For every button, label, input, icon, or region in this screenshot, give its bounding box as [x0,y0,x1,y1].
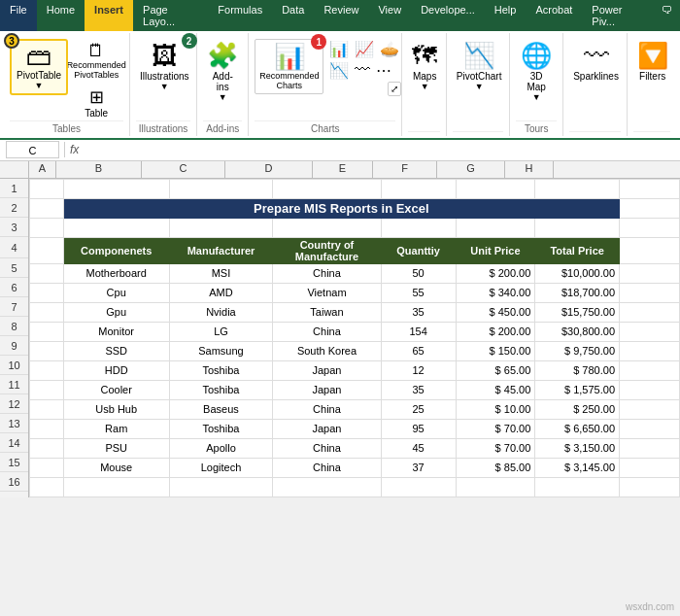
col-header-E[interactable]: E [313,161,373,178]
row-num-9[interactable]: 9 [0,336,28,356]
row-num-7[interactable]: 7 [0,297,28,317]
header-manufacturer: Manufacturer [169,237,273,263]
row-num-14[interactable]: 14 [0,433,28,453]
tab-home[interactable]: Home [37,0,85,31]
tab-insert[interactable]: Insert [85,0,133,31]
recommended-charts-button[interactable]: 1 📊 RecommendedCharts [255,39,323,94]
name-box[interactable]: C [6,141,59,158]
scatter-chart-button[interactable]: ⋯ [374,60,393,81]
tab-pagelayout[interactable]: Page Layo... [133,0,208,31]
row-num-13[interactable]: 13 [0,414,28,433]
filters-label: Filters [639,71,665,82]
row-num-11[interactable]: 11 [0,375,28,394]
filters-group: 🔽 Filters [628,33,676,136]
spreadsheet: A B C D E F G H 1 2 3 4 5 6 7 8 9 10 11 … [0,161,680,497]
collapse-ribbon-button[interactable]: 🗨 [654,0,680,31]
addins-label: Add-ins [207,71,238,92]
table-row [30,218,680,237]
sparklines-button[interactable]: 〰 Sparklines [569,39,623,84]
pivot-table-label: PivotTable [17,70,61,81]
tab-powerpivot[interactable]: Power Piv... [582,0,654,31]
maps-group: 🗺 Maps ▼ [402,33,447,136]
col-header-B[interactable]: B [56,161,142,178]
illustrations-group-label: Illustrations [136,120,190,134]
title-row: Prepare MIS Reports in Excel [30,198,680,218]
illustrations-button[interactable]: 2 🖼 Illustrations ▼ [136,39,193,93]
table-row: HDD Toshiba Japan 12 $ 65.00 $ 780.00 [30,360,680,380]
pivotchart-button[interactable]: 📉 PivotChart ▼ [453,39,506,93]
more-charts-button[interactable]: ⤢ [388,82,401,96]
badge-1: 1 [311,34,326,50]
col-header-C[interactable]: C [142,161,225,178]
area-chart-button[interactable]: 〰 [353,60,372,81]
row-num-12[interactable]: 12 [0,394,28,414]
table-row [30,179,680,198]
ribbon: File Home Insert Page Layo... Formulas D… [0,0,680,140]
tables-group-label: Tables [10,120,123,134]
table-row: Cpu AMD Vietnam 55 $ 340.00 $18,700.00 [30,283,680,302]
badge-3: 3 [4,33,19,49]
filters-icon: 🔽 [637,41,668,71]
header-country: Country of Manufacture [273,237,382,263]
pie-chart-button[interactable]: 🥧 [378,39,401,59]
addins-group: 🧩 Add-ins ▼ Add-ins [197,33,249,136]
table-row: Ram Toshiba Japan 95 $ 70.00 $ 6,650.00 [30,419,680,438]
col-header-F[interactable]: F [373,161,437,178]
map3d-button[interactable]: 🌐 3D Map ▼ [516,39,557,104]
tab-review[interactable]: Review [314,0,368,31]
col-header-G[interactable]: G [437,161,505,178]
row-num-15[interactable]: 15 [0,453,28,472]
column-chart-button[interactable]: 📊 [327,39,351,59]
table-row: Mouse Logitech China 37 $ 85.00 $ 3,145.… [30,458,680,477]
col-header-H[interactable]: H [505,161,554,178]
illustrations-icon: 🖼 [152,41,177,71]
table-button[interactable]: ⊞ Table [72,85,120,120]
table-row: Motherboard MSI China 50 $ 200.00 $10,00… [30,263,680,283]
pivotchart-label: PivotChart [457,71,502,82]
table-row: Cooler Toshiba Japan 35 $ 45.00 $ 1,575.… [30,380,680,399]
filters-button[interactable]: 🔽 Filters [633,39,672,84]
row-num-8[interactable]: 8 [0,317,28,336]
col-header-A[interactable]: A [29,161,56,178]
tab-file[interactable]: File [0,0,37,31]
maps-label: Maps [413,71,436,82]
illustrations-label: Illustrations [140,71,189,82]
tours-group: 🌐 3D Map ▼ Tours [510,33,563,136]
tab-help[interactable]: Help [485,0,527,31]
pivotchart-group: 📉 PivotChart ▼ [447,33,510,136]
sparklines-group: 〰 Sparklines [563,33,627,136]
col-header-D[interactable]: D [225,161,313,178]
row-numbers: 1 2 3 4 5 6 7 8 9 10 11 12 13 14 15 16 [0,179,29,497]
tab-view[interactable]: View [368,0,411,31]
title-cell: Prepare MIS Reports in Excel [63,198,619,218]
recommended-pivot-button[interactable]: 🗒 RecommendedPivotTables [72,39,120,83]
tab-developer[interactable]: Develope... [411,0,485,31]
tab-acrobat[interactable]: Acrobat [526,0,582,31]
row-num-6[interactable]: 6 [0,278,28,297]
row-num-16[interactable]: 16 [0,472,28,492]
map3d-label: 3D Map [520,71,553,92]
row-num-5[interactable]: 5 [0,258,28,278]
grid: Prepare MIS Reports in Excel [29,179,680,497]
table-label: Table [85,108,108,119]
row-num-1[interactable]: 1 [0,179,28,198]
row-num-2[interactable]: 2 [0,198,28,218]
watermark: wsxdn.com [626,601,674,612]
row-num-3[interactable]: 3 [0,218,28,237]
addins-button[interactable]: 🧩 Add-ins ▼ [203,39,242,104]
recommended-charts-label: RecommendedCharts [259,72,319,91]
maps-icon: 🗺 [412,41,437,71]
tables-group: 3 🗃 PivotTable ▼ 🗒 RecommendedPivotTable… [4,33,130,136]
row-num-10[interactable]: 10 [0,356,28,375]
tab-data[interactable]: Data [272,0,314,31]
pivot-table-button[interactable]: 3 🗃 PivotTable ▼ [10,39,68,95]
bar-chart-button[interactable]: 📉 [327,60,351,81]
row-num-4[interactable]: 4 [0,237,28,258]
tab-formulas[interactable]: Formulas [208,0,272,31]
sparklines-label: Sparklines [573,71,619,82]
map3d-icon: 🌐 [521,41,552,71]
line-chart-button[interactable]: 📈 [353,39,376,59]
recommended-charts-icon: 📊 [274,42,305,72]
maps-button[interactable]: 🗺 Maps ▼ [408,39,441,93]
pivotchart-icon: 📉 [463,41,494,71]
